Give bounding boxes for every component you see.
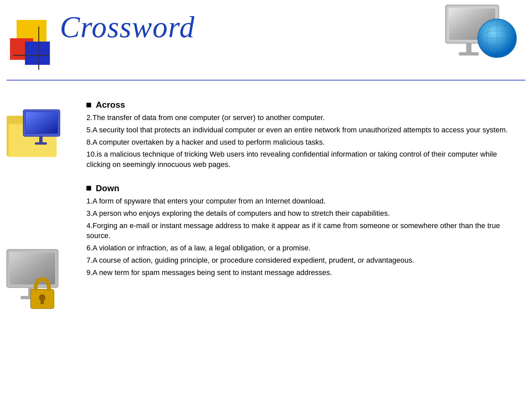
horizontal-line xyxy=(13,55,50,56)
down-bullet xyxy=(86,186,91,191)
down-header: Down xyxy=(86,183,512,194)
svg-rect-4 xyxy=(459,52,479,56)
clue-down-6: 6.A violation or infraction, as of a law… xyxy=(86,243,512,253)
clue-across-2: 2.The transfer of data from one computer… xyxy=(86,113,512,123)
lock-monitor-icon xyxy=(3,246,66,319)
clue-across-5: 5.A security tool that protects an indiv… xyxy=(86,125,512,135)
page-title: Crossword xyxy=(60,10,195,44)
clue-down-7: 7.A course of action, guiding principle,… xyxy=(86,255,512,266)
svg-rect-19 xyxy=(39,136,43,143)
across-clues: 2.The transfer of data from one computer… xyxy=(86,113,512,170)
svg-rect-18 xyxy=(26,112,58,133)
down-clues: 1.A form of spyware that enters your com… xyxy=(86,196,512,278)
clue-down-4: 4.Forging an e-mail or instant message a… xyxy=(86,221,512,241)
clue-across-10: 10.is a malicious technique of tricking … xyxy=(86,149,512,170)
divider-line xyxy=(7,80,525,80)
svg-rect-23 xyxy=(10,252,55,285)
title-text: Crossword xyxy=(60,11,195,44)
clue-across-8: 8.A computer overtaken by a hacker and u… xyxy=(86,137,512,148)
svg-rect-3 xyxy=(466,43,471,53)
vertical-line xyxy=(38,27,39,70)
svg-rect-20 xyxy=(35,142,47,145)
clue-down-3: 3.A person who enjoys exploring the deta… xyxy=(86,208,512,219)
blue-square xyxy=(25,42,50,65)
clue-down-9: 9.A new term for spam messages being sen… xyxy=(86,268,512,278)
folder-monitor-icon xyxy=(5,103,71,170)
clue-down-1: 1.A form of spyware that enters your com… xyxy=(86,196,512,206)
down-title: Down xyxy=(96,183,119,194)
monitor-globe-icon xyxy=(442,2,519,71)
main-content: Across 2.The transfer of data from one c… xyxy=(86,90,512,280)
across-bullet xyxy=(86,103,91,107)
across-header: Across xyxy=(86,100,512,110)
decorative-squares xyxy=(7,20,60,73)
svg-rect-28 xyxy=(41,299,44,304)
across-title: Across xyxy=(96,100,125,110)
